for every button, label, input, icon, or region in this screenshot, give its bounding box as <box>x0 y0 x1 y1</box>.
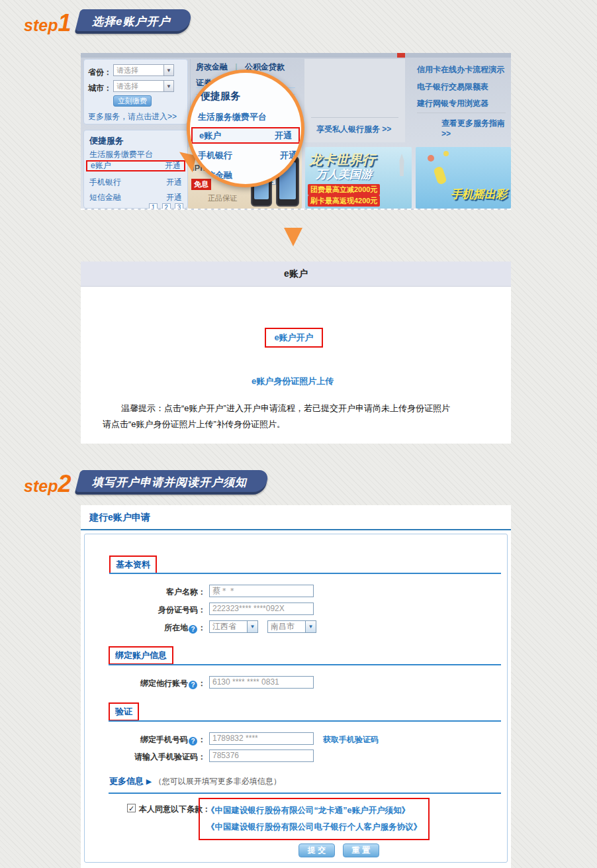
menu-pagination: 1 2 3 <box>148 201 183 210</box>
housing-finance-link[interactable]: 房改金融 <box>196 62 228 72</box>
tutorial-page: step 1 选择e账户开户 省份： 请选择 ▼ 城市： 请选择 ▼ <box>0 0 597 868</box>
chevron-down-icon[interactable]: ▼ <box>163 65 173 75</box>
city-label: 城市： <box>88 83 112 93</box>
travel-banner-title: 龙卡世界行 <box>309 151 375 169</box>
cutoff-top-strip <box>81 53 511 58</box>
travel-banner-subtitle: 万人美国游 <box>316 167 372 182</box>
step2-word: step <box>24 478 58 495</box>
section-binding-label: 绑定账户信息 <box>109 646 173 665</box>
application-form-panel: 建行e账户申请 基本资料 客户名称： 蔡＊＊ 身份证号码： 222323****… <box>81 505 511 868</box>
warm-tip: 温馨提示：点击“e账户开户”进入开户申请流程，若已提交开户申请尚未上传身份证照片… <box>103 401 494 432</box>
eaccount-open-box: e账户开户 <box>265 328 323 348</box>
menu-item-eaccount[interactable]: e账户 开通 <box>86 160 185 171</box>
section-rule <box>109 793 501 794</box>
step1-title: 选择e账户开户 <box>92 14 170 29</box>
bind-account-input[interactable]: 6130 **** **** 0831 <box>209 676 314 689</box>
submit-button[interactable]: 提 交 <box>298 844 335 857</box>
mobile-banner-text: 手机摇出彩 <box>451 187 507 202</box>
bind-account-label: 绑定他行账号?： <box>100 678 206 689</box>
mobile-promo-banner[interactable]: 手机摇出彩 <box>416 147 511 209</box>
divider <box>311 117 398 118</box>
pay-now-button[interactable]: 立刻缴费 <box>113 95 152 107</box>
travel-promo-banner[interactable]: 龙卡世界行 万人美国游 团费最高立减2000元 刷卡最高返现4200元 <box>305 147 412 209</box>
step1-badge: step 1 选择e账户开户 <box>24 9 191 34</box>
red-badge-icon <box>397 53 405 58</box>
open-action-link[interactable]: 开通 <box>280 150 297 162</box>
quick-service-menu: 便捷服务 生活服务缴费平台 e账户 开通 手机银行 开通 短信金融 开通 1 2… <box>83 130 188 209</box>
id-input[interactable]: 222323**** ****092X <box>209 603 314 615</box>
id-photo-upload-link[interactable]: e账户身份证照片上传 <box>252 375 334 387</box>
quick-service-title: 便捷服务 <box>89 135 124 147</box>
bank-website-screenshot: 省份： 请选择 ▼ 城市： 请选择 ▼ 立刻缴费 更多服务，请点击进入>> 便捷… <box>81 53 511 210</box>
province-value: 江西省 <box>212 621 236 632</box>
chevron-down-icon[interactable]: ▼ <box>247 621 257 632</box>
agreement-links-box: 《中国建设银行股份有限公司“龙卡通”e账户开户须知》 《中国建设银行股份有限公司… <box>199 798 430 840</box>
eaccount-panel-header: e账户 <box>81 262 511 287</box>
open-action-link[interactable]: 开通 <box>275 130 292 142</box>
more-info-label[interactable]: 更多信息 <box>109 776 144 786</box>
eaccount-open-link[interactable]: e账户开户 <box>274 332 313 344</box>
section-verify-label: 验证 <box>109 702 139 721</box>
city-value: 南昌市 <box>271 621 295 632</box>
phone-input[interactable]: 1789832 **** <box>209 732 314 745</box>
browser-link[interactable]: 建行网银专用浏览器 <box>417 98 488 109</box>
limit-table-link[interactable]: 电子银行交易限额表 <box>417 81 488 93</box>
expand-arrow-icon[interactable]: ▶ <box>146 777 152 785</box>
city-select[interactable]: 请选择 ▼ <box>113 80 174 92</box>
page-button-2[interactable]: 2 <box>162 203 171 210</box>
more-guide-link[interactable]: 查看更多服务指南 >> <box>441 118 511 138</box>
step2-title: 填写开户申请并阅读开户须知 <box>92 475 247 490</box>
warm-tip-line1: 温馨提示：点击“e账户开户”进入开户申请流程，若已提交开户申请尚未上传身份证照片 <box>103 401 494 416</box>
phone-label: 绑定手机号码?： <box>100 734 206 746</box>
get-code-link[interactable]: 获取手机验证码 <box>323 734 379 746</box>
section-rule <box>109 573 501 574</box>
magnified-item-life-payment[interactable]: 生活服务缴费平台 <box>198 111 297 123</box>
more-services-link[interactable]: 更多服务，请点击进入>> <box>88 111 177 122</box>
down-arrow-icon <box>284 228 302 246</box>
more-info-hint: （您可以展开填写更多非必填信息） <box>154 777 281 786</box>
city-select[interactable]: 南昌市 ▼ <box>267 620 316 633</box>
province-row: 省份： <box>88 66 112 78</box>
more-info-row: 更多信息 ▶ （您可以展开填写更多非必填信息） <box>109 775 281 787</box>
page-button-3[interactable]: 3 <box>175 203 183 210</box>
section-rule <box>109 720 501 722</box>
agreement-notice-link[interactable]: 《中国建设银行股份有限公司“龙卡通”e账户开户须知》 <box>207 802 422 819</box>
location-label: 所在地?： <box>100 622 206 634</box>
help-icon[interactable]: ? <box>189 625 197 634</box>
province-select[interactable]: 请选择 ▼ <box>113 64 174 76</box>
form-title: 建行e账户申请 <box>89 512 150 524</box>
magnified-item-eaccount[interactable]: e账户 开通 <box>191 127 300 144</box>
magnified-item-mobile-banking[interactable]: 手机银行 开通 <box>198 150 297 162</box>
travel-banner-offer1: 团费最高立减2000元 <box>308 184 380 195</box>
reset-button[interactable]: 重 置 <box>343 844 379 857</box>
private-banking-link[interactable]: 享受私人银行服务 >> <box>316 124 391 135</box>
magnifier-circle: 便捷服务 生活服务缴费平台 e账户 开通 手机银行 开通 短信金融 开通 <box>187 70 304 187</box>
chevron-down-icon[interactable]: ▼ <box>305 621 316 632</box>
name-input[interactable]: 蔡＊＊ <box>209 585 314 597</box>
step2-badge: step 2 填写开户申请并阅读开户须知 <box>24 470 267 495</box>
payment-widget: 省份： 请选择 ▼ 城市： 请选择 ▼ 立刻缴费 更多服务，请点击进入>> <box>83 59 188 124</box>
menu-item-life-payment[interactable]: 生活服务缴费平台 <box>89 149 182 160</box>
private-banking-panel: 享受私人银行服务 >> <box>304 59 405 142</box>
menu-item-mobile-banking[interactable]: 手机银行 开通 <box>89 177 182 188</box>
chevron-down-icon[interactable]: ▼ <box>163 81 173 91</box>
code-input[interactable]: 785376 <box>209 749 314 762</box>
agree-checkbox[interactable]: ✓ <box>127 804 136 812</box>
interest-free-tag: 免息 <box>191 179 211 190</box>
form-body: 基本资料 客户名称： 蔡＊＊ 身份证号码： 222323**** ****092… <box>84 534 508 863</box>
title-rule <box>81 529 511 530</box>
code-label: 请输入手机验证码： <box>100 751 206 763</box>
step1-number: 1 <box>58 13 71 34</box>
agreement-service-link[interactable]: 《中国建设银行股份有限公司电子银行个人客户服务协议》 <box>207 819 422 836</box>
province-select[interactable]: 江西省 ▼ <box>209 620 258 633</box>
creditcard-guide-link[interactable]: 信用卡在线办卡流程演示 <box>417 64 504 75</box>
parachute-icon <box>428 155 434 162</box>
statue-icon <box>397 154 406 176</box>
id-label: 身份证号码： <box>100 604 206 616</box>
divider <box>417 113 506 113</box>
step2-title-pill: 填写开户申请并阅读开户须知 <box>75 470 270 495</box>
help-icon[interactable]: ? <box>189 681 197 689</box>
help-icon[interactable]: ? <box>189 737 197 746</box>
open-action-link[interactable]: 开通 <box>166 177 182 188</box>
page-button-1[interactable]: 1 <box>149 203 158 210</box>
